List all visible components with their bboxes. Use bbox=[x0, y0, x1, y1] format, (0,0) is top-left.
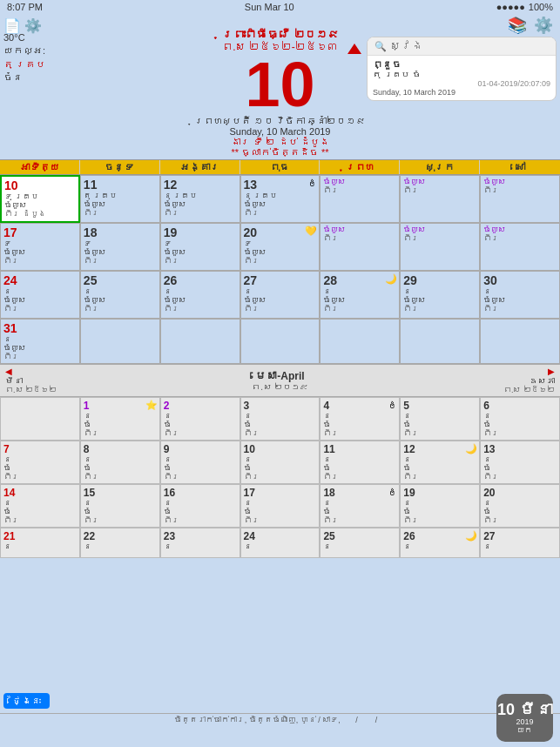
cal-cell-empty1: ចំលួស ពីរ ​ ​ bbox=[320, 175, 400, 223]
date-en: Sunday, 10 March 2019 bbox=[0, 126, 560, 137]
april-cell-10[interactable]: 10 ន ​ ​ ចំ ពីរ ​ ​ bbox=[240, 441, 320, 484]
star-emoji: ⭐ bbox=[145, 400, 158, 411]
april-cell-21[interactable]: 21 ន ​ ​ bbox=[0, 528, 80, 558]
search-result-time: 01-04-2019/20:07:09 bbox=[373, 79, 550, 88]
april-cell-8[interactable]: 8 ន ​ ​ ចំ ពីរ ​ ​ bbox=[80, 441, 160, 484]
april-cell-6[interactable]: 6 ន ​ ​ ចំ​ ពីរ ​ ​ bbox=[480, 397, 560, 441]
april-week2: 7 ន ​ ​ ចំ​ ពីរ ​ ​ 8 ន ​ ​ ចំ ពីរ ​ ​ 9… bbox=[0, 441, 560, 484]
cal-cell-mar18[interactable]: 18 ទ ​ ​ ចំលួស ពីរ ​ ​ bbox=[80, 223, 160, 271]
march-calendar: អាទិត្យ ចន្ទ អង្គារ ពុធ ព្រហ សុក្រ សៅ 10… bbox=[0, 159, 560, 364]
april-header: ◀ មីនា ព.ស ២៥៦២ មេសា-April ព.ស ២០១៩ ▶ ឧស… bbox=[0, 364, 560, 397]
cal-cell-mar12[interactable]: 12 ន គ្រប ចំលួស ពីរ ​ ​ bbox=[160, 175, 240, 223]
april-cell-18[interactable]: 🕯 18 ន ​ ​ ចំ ពីរ ​ ​ bbox=[320, 484, 400, 528]
gear-icon[interactable]: ⚙️ bbox=[534, 16, 553, 35]
cal-cell-mar23[interactable]: ចំលួស ពីរ ​ ​ bbox=[480, 223, 560, 271]
april-cell-11[interactable]: 11 ន ​ ​ ចំ ពីរ ​ ​ bbox=[320, 441, 400, 484]
heart-emoji: 💛 bbox=[305, 225, 317, 237]
cal-k2: ចំលួស bbox=[244, 200, 317, 209]
april-cell-9[interactable]: 9 ន ​ ​ ចំ ពីរ ​ ​ bbox=[160, 441, 240, 484]
cal-lunar: ពីរ ដំបូង bbox=[4, 210, 76, 219]
battery-icon: 100% bbox=[529, 2, 553, 12]
april-cell-23[interactable]: 23 ន ​ ​ bbox=[160, 528, 240, 558]
april-cell-2[interactable]: 2 ន ​ ​ ចំ​ ពីរ ​ ​ bbox=[160, 397, 240, 441]
cal-cell-mar27[interactable]: 27 ន ​ ​ ចំលួស ពីរ ​ ​ bbox=[240, 271, 320, 319]
march-week4: 31 ន ​ ​ ចំលួស ពីរ ​ ​ bbox=[0, 319, 560, 364]
cal-cell-mar21[interactable]: ចំលួស ពីរ ​ ​ bbox=[320, 223, 400, 271]
header-monday: ចន្ទ bbox=[80, 160, 160, 174]
header-wednesday: ពុធ bbox=[240, 160, 320, 174]
prev-month-nav[interactable]: ◀ មីនា ព.ស ២៥៦២ bbox=[5, 367, 57, 394]
cal-k2: ចំលួស bbox=[4, 201, 76, 210]
cal-lunar: ពីរ ​ ​ bbox=[164, 209, 237, 218]
signal-icon: ●●●●● bbox=[496, 2, 525, 12]
cal-cell-mar17[interactable]: 17 ទ ​ ​ ចំលួស ពីរ ​ ​ bbox=[0, 223, 80, 271]
weather-extra: ចំន​ ​ ​ ​ ​ bbox=[3, 71, 45, 84]
cal-date: 11 bbox=[84, 178, 157, 192]
april-cell-17[interactable]: 17 ន ​ ​ ចំ ពីរ ​ ​ bbox=[240, 484, 320, 528]
cal-cell-mar11[interactable]: 11 ត គ្រប ចំលួស ពីរ ​ ​ bbox=[80, 175, 160, 223]
cal-cell-mar30[interactable]: 30 ន ​ ចំលួស ពីរ ​ ​ bbox=[480, 271, 560, 319]
cal-cell-mar22[interactable]: ចំលួស ពីរ ​ ​ bbox=[400, 223, 480, 271]
cal-empty4e bbox=[400, 319, 480, 364]
cal-lunar: ពីរ ​ ​ bbox=[84, 209, 157, 218]
candle3-emoji: 🕯 bbox=[388, 487, 397, 497]
cal-k1: ន គ្រប bbox=[244, 192, 317, 200]
april-cell-27[interactable]: 27 ន ​ ​ bbox=[480, 528, 560, 558]
cal-cell-mar25[interactable]: 25 ន ​ ​ ចំលួស ពីរ ​ ​ bbox=[80, 271, 160, 319]
cal-cell-mar10[interactable]: 10 ទ គ្រប ចំលួស ពីរ ដំបូង bbox=[0, 175, 80, 223]
april-cell-3[interactable]: 3 ន ​ ​ ចំ​ ពីរ ​ ​ bbox=[240, 397, 320, 441]
moon3-emoji: 🌙 bbox=[465, 530, 477, 542]
april-cell-25[interactable]: 25 ន ​ ​ bbox=[320, 528, 400, 558]
april-cell-1[interactable]: ⭐ 1 ន ​ ​ ចំ​ ពីរ ​ ​ bbox=[80, 397, 160, 441]
header-sunday: អាទិត្យ bbox=[0, 160, 80, 174]
floating-date-number: 10 មីនា bbox=[497, 702, 552, 717]
cal-date: 12 bbox=[164, 178, 237, 192]
search-area: 🔍 ព្នួច​ ​ ​ ​ ​ ​ ​ ​ ​ ត គ្រប ចំ ​ ​ ​… bbox=[367, 37, 557, 101]
april-cell-5[interactable]: 5 ន ​ ​ ចំ ពីរ ​ ​ bbox=[400, 397, 480, 441]
cal-cell-mar24[interactable]: 24 ន ​ ​ ចំលួស ពីរ ​ ​ bbox=[0, 271, 80, 319]
floating-date-label: យក​ bbox=[517, 726, 532, 735]
march-week3: 24 ន ​ ​ ចំលួស ពីរ ​ ​ 25 ន ​ ​ ចំលួស ពី… bbox=[0, 271, 560, 319]
april-cell-14[interactable]: 14 ន ​ ​ ចំ​ ពីរ ​ ​ bbox=[0, 484, 80, 528]
search-input[interactable] bbox=[390, 40, 549, 52]
cal-lunar: ពីរ ​ ​ bbox=[244, 209, 317, 218]
april-cell-4[interactable]: 🕯 4 ន ​ ​ ចំ​ ពីរ ​ ​ bbox=[320, 397, 400, 441]
lunar-note: ** ធ្លាក់ចិត្តដិច​ ** bbox=[0, 147, 560, 158]
search-result: ព្នួច​ ​ ​ ​ ​ ​ ​ ​ ​ ត គ្រប ចំ ​ ​ ​ ​… bbox=[368, 55, 556, 100]
march-day-headers: អាទិត្យ ចន្ទ អង្គារ ពុធ ព្រហ សុក្រ សៅ bbox=[0, 159, 560, 175]
today-button[interactable]: ថ្ងៃនេះ bbox=[3, 693, 50, 709]
april-cell-20[interactable]: 20 ន ​ ចំ ពីរ ​ ​ bbox=[480, 484, 560, 528]
search-result-date: Sunday, 10 March 2019 bbox=[373, 88, 550, 97]
top-icons: 📚 ⚙️ bbox=[508, 16, 553, 35]
april-cell-24[interactable]: 24 ន ​ ​ bbox=[240, 528, 320, 558]
april-cell-26[interactable]: 26 ន ​ ​ 🌙 bbox=[400, 528, 480, 558]
march-week2: 17 ទ ​ ​ ចំលួស ពីរ ​ ​ 18 ទ ​ ​ ចំលួស ពី… bbox=[0, 223, 560, 271]
april-cell-7[interactable]: 7 ន ​ ​ ចំ​ ពីរ ​ ​ bbox=[0, 441, 80, 484]
april-cell-15[interactable]: 15 ន ​ ​ ចំ ពីរ ​ ​ bbox=[80, 484, 160, 528]
moon2-emoji: 🌙 bbox=[465, 443, 477, 454]
cal-cell-mar20[interactable]: 20 ទ ​ ​ ចំលួស ពីរ ​ ​ 💛 bbox=[240, 223, 320, 271]
april-week1: ⭐ 1 ន ​ ​ ចំ​ ពីរ ​ ​ 2 ន ​ ​ ចំ​ ពីរ ​ … bbox=[0, 397, 560, 441]
cal-cell-mar31[interactable]: 31 ន ​ ​ ចំលួស ពីរ ​ ​ bbox=[0, 319, 80, 364]
cal-k1: ន គ្រប bbox=[164, 192, 237, 200]
cal-empty4d bbox=[320, 319, 400, 364]
floating-date-badge[interactable]: 10 មីនា 2019 យក​ bbox=[496, 694, 553, 742]
march-week1: 10 ទ គ្រប ចំលួស ពីរ ដំបូង 11 ត គ្រប ចំលួ… bbox=[0, 175, 560, 223]
next-month-nav[interactable]: ▶ ឧសភា ព.ស ២៥៦២ bbox=[503, 367, 555, 394]
candle-emoji: 🕯 bbox=[307, 178, 317, 188]
weather-temp: 30°C bbox=[3, 31, 45, 44]
april-title-block: មេសា-April ព.ស ២០១៩ bbox=[57, 370, 503, 392]
header-friday: សុក្រ bbox=[400, 160, 480, 174]
april-cell-12[interactable]: 🌙 12 ន ​ ​ ចំ ពីរ ​ ​ bbox=[400, 441, 480, 484]
cal-cell-mar26[interactable]: 26 ន ​ ​ ចំលួស ពីរ ​ ​ bbox=[160, 271, 240, 319]
cal-cell-mar28[interactable]: 28 ន ​ ​ ចំលួស ពីរ ​ ​ 🌙 bbox=[320, 271, 400, 319]
cal-cell-mar19[interactable]: 19 ទ ​ ​ ចំលួស ពីរ ​ ​ bbox=[160, 223, 240, 271]
april-cell-22[interactable]: 22 ន ​ ​ bbox=[80, 528, 160, 558]
weather-location: ត គ្រប bbox=[3, 58, 45, 71]
april-cell-16[interactable]: 16 ន ​ ​ ចំ ពីរ ​ ​ bbox=[160, 484, 240, 528]
cal-cell-mar13[interactable]: 13 ន គ្រប ចំលួស ពីរ ​ ​ 🕯 bbox=[240, 175, 320, 223]
april-cell-13[interactable]: 13 ន ​ ​ ចំ ពីរ ​ ​ bbox=[480, 441, 560, 484]
april-cell-19[interactable]: 19 ន ​ ​ ចំ ពីរ ​ ​ bbox=[400, 484, 480, 528]
cal-cell-mar29[interactable]: 29 ន ​ ​ ចំលួស ពីរ ​ ​ bbox=[400, 271, 480, 319]
book-icon[interactable]: 📚 bbox=[508, 16, 527, 35]
